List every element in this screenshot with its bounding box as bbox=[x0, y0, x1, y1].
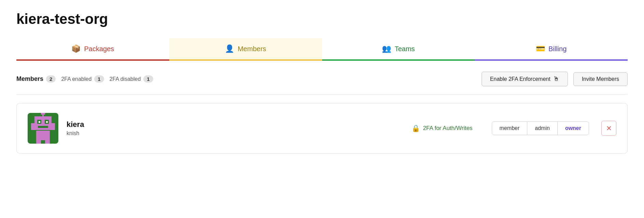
member-card: kiera knish 🔒 2FA for Auth/Writes member… bbox=[16, 103, 628, 154]
tab-teams-label: Teams bbox=[395, 45, 415, 53]
members-count-label: Members 2 bbox=[16, 75, 56, 83]
twofa-status-text: 2FA for Auth/Writes bbox=[423, 125, 472, 132]
org-title: kiera-test-org bbox=[16, 11, 628, 27]
tab-billing[interactable]: 💳 Billing bbox=[475, 38, 628, 61]
tab-members[interactable]: 👤 Members bbox=[169, 38, 322, 61]
enable-2fa-label: Enable 2FA Enforcement bbox=[490, 76, 550, 82]
twofa-enabled-count: 1 bbox=[94, 75, 104, 83]
member-display-name: kiera bbox=[67, 120, 108, 129]
avatar bbox=[28, 113, 58, 144]
billing-icon: 💳 bbox=[536, 44, 545, 53]
toolbar-divider bbox=[16, 95, 628, 95]
invite-members-button[interactable]: Invite Members bbox=[573, 72, 628, 86]
svg-rect-13 bbox=[41, 113, 45, 115]
tab-packages[interactable]: 📦 Packages bbox=[16, 38, 169, 61]
members-text: Members bbox=[16, 75, 43, 83]
twofa-disabled-filter[interactable]: 2FA disabled 1 bbox=[110, 75, 153, 83]
twofa-enabled-text: 2FA enabled bbox=[61, 76, 91, 82]
members-icon: 👤 bbox=[225, 44, 234, 53]
svg-rect-7 bbox=[46, 121, 48, 123]
members-count-badge: 2 bbox=[46, 75, 56, 83]
tab-packages-label: Packages bbox=[84, 45, 114, 53]
remove-member-button[interactable]: ✕ bbox=[601, 121, 616, 136]
role-member-button[interactable]: member bbox=[492, 122, 528, 135]
teams-icon: 👥 bbox=[382, 44, 391, 53]
twofa-disabled-count: 1 bbox=[143, 75, 153, 83]
members-toolbar: Members 2 2FA enabled 1 2FA disabled 1 E… bbox=[16, 72, 628, 86]
role-selector: member admin owner bbox=[492, 121, 589, 135]
svg-rect-6 bbox=[39, 121, 40, 123]
enable-2fa-button[interactable]: Enable 2FA Enforcement 🖱 bbox=[482, 72, 568, 86]
twofa-status-badge: 🔒 2FA for Auth/Writes bbox=[412, 124, 472, 132]
member-info: kiera knish bbox=[67, 120, 108, 136]
svg-rect-10 bbox=[36, 139, 41, 144]
svg-rect-11 bbox=[45, 139, 50, 144]
remove-icon: ✕ bbox=[606, 124, 612, 132]
tab-billing-label: Billing bbox=[548, 45, 567, 53]
svg-rect-8 bbox=[38, 126, 48, 128]
packages-icon: 📦 bbox=[71, 44, 81, 53]
svg-rect-9 bbox=[36, 131, 50, 140]
cursor-icon: 🖱 bbox=[553, 75, 559, 83]
role-admin-button[interactable]: admin bbox=[527, 122, 558, 135]
tab-teams[interactable]: 👥 Teams bbox=[322, 38, 475, 61]
tabs-nav: 📦 Packages 👤 Members 👥 Teams 💳 Billing bbox=[16, 38, 628, 61]
invite-members-label: Invite Members bbox=[582, 76, 619, 82]
twofa-enabled-filter[interactable]: 2FA enabled 1 bbox=[61, 75, 104, 83]
avatar-image bbox=[28, 113, 58, 144]
tab-members-label: Members bbox=[238, 45, 266, 53]
svg-rect-3 bbox=[50, 123, 55, 130]
twofa-disabled-text: 2FA disabled bbox=[110, 76, 141, 82]
svg-rect-2 bbox=[31, 123, 36, 130]
lock-icon: 🔒 bbox=[412, 124, 420, 132]
member-username: knish bbox=[67, 130, 108, 136]
role-owner-button[interactable]: owner bbox=[558, 122, 589, 135]
